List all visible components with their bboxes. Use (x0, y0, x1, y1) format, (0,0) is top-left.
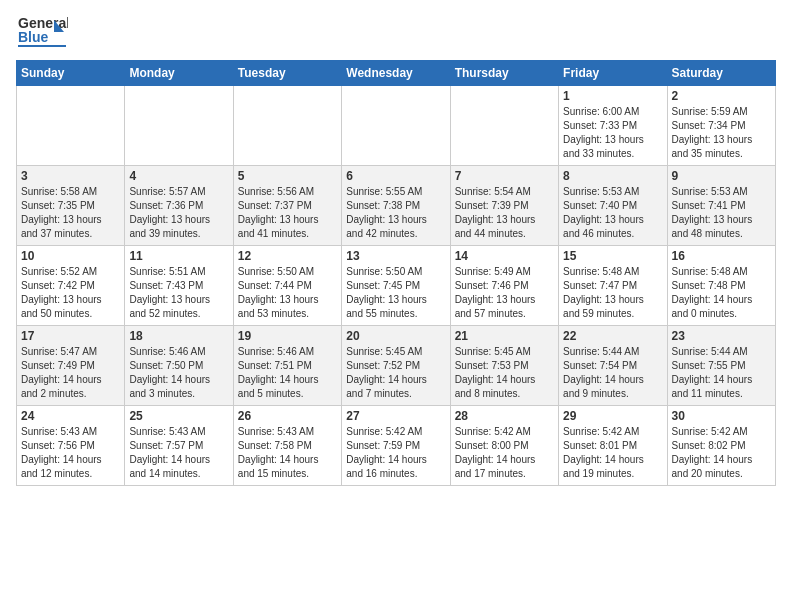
calendar-day-cell: 29Sunrise: 5:42 AM Sunset: 8:01 PM Dayli… (559, 406, 667, 486)
day-info: Sunrise: 5:50 AM Sunset: 7:45 PM Dayligh… (346, 265, 445, 321)
day-info: Sunrise: 5:44 AM Sunset: 7:54 PM Dayligh… (563, 345, 662, 401)
day-info: Sunrise: 5:43 AM Sunset: 7:56 PM Dayligh… (21, 425, 120, 481)
day-info: Sunrise: 5:55 AM Sunset: 7:38 PM Dayligh… (346, 185, 445, 241)
calendar-day-cell: 7Sunrise: 5:54 AM Sunset: 7:39 PM Daylig… (450, 166, 558, 246)
calendar-day-cell: 17Sunrise: 5:47 AM Sunset: 7:49 PM Dayli… (17, 326, 125, 406)
day-info: Sunrise: 5:45 AM Sunset: 7:53 PM Dayligh… (455, 345, 554, 401)
day-header-sunday: Sunday (17, 61, 125, 86)
day-info: Sunrise: 5:46 AM Sunset: 7:51 PM Dayligh… (238, 345, 337, 401)
day-info: Sunrise: 5:51 AM Sunset: 7:43 PM Dayligh… (129, 265, 228, 321)
day-info: Sunrise: 5:48 AM Sunset: 7:47 PM Dayligh… (563, 265, 662, 321)
day-number: 15 (563, 249, 662, 263)
calendar-week-row: 17Sunrise: 5:47 AM Sunset: 7:49 PM Dayli… (17, 326, 776, 406)
day-number: 27 (346, 409, 445, 423)
day-info: Sunrise: 5:42 AM Sunset: 8:02 PM Dayligh… (672, 425, 771, 481)
day-number: 11 (129, 249, 228, 263)
day-number: 21 (455, 329, 554, 343)
day-header-friday: Friday (559, 61, 667, 86)
day-number: 23 (672, 329, 771, 343)
day-info: Sunrise: 5:42 AM Sunset: 8:01 PM Dayligh… (563, 425, 662, 481)
calendar-day-cell: 18Sunrise: 5:46 AM Sunset: 7:50 PM Dayli… (125, 326, 233, 406)
calendar-day-cell: 2Sunrise: 5:59 AM Sunset: 7:34 PM Daylig… (667, 86, 775, 166)
day-info: Sunrise: 5:44 AM Sunset: 7:55 PM Dayligh… (672, 345, 771, 401)
day-info: Sunrise: 5:48 AM Sunset: 7:48 PM Dayligh… (672, 265, 771, 321)
day-number: 4 (129, 169, 228, 183)
calendar-day-cell: 19Sunrise: 5:46 AM Sunset: 7:51 PM Dayli… (233, 326, 341, 406)
calendar-day-cell: 13Sunrise: 5:50 AM Sunset: 7:45 PM Dayli… (342, 246, 450, 326)
day-info: Sunrise: 5:46 AM Sunset: 7:50 PM Dayligh… (129, 345, 228, 401)
calendar-day-cell (125, 86, 233, 166)
day-number: 25 (129, 409, 228, 423)
day-info: Sunrise: 5:57 AM Sunset: 7:36 PM Dayligh… (129, 185, 228, 241)
calendar-day-cell (17, 86, 125, 166)
day-number: 2 (672, 89, 771, 103)
day-number: 9 (672, 169, 771, 183)
logo-container: General Blue (16, 10, 68, 54)
calendar-day-cell (450, 86, 558, 166)
day-number: 5 (238, 169, 337, 183)
calendar-day-cell: 22Sunrise: 5:44 AM Sunset: 7:54 PM Dayli… (559, 326, 667, 406)
calendar-day-cell: 9Sunrise: 5:53 AM Sunset: 7:41 PM Daylig… (667, 166, 775, 246)
calendar-day-cell: 28Sunrise: 5:42 AM Sunset: 8:00 PM Dayli… (450, 406, 558, 486)
header-row: General Blue (16, 10, 776, 54)
calendar-week-row: 10Sunrise: 5:52 AM Sunset: 7:42 PM Dayli… (17, 246, 776, 326)
day-info: Sunrise: 5:54 AM Sunset: 7:39 PM Dayligh… (455, 185, 554, 241)
day-info: Sunrise: 5:53 AM Sunset: 7:40 PM Dayligh… (563, 185, 662, 241)
calendar-day-cell: 24Sunrise: 5:43 AM Sunset: 7:56 PM Dayli… (17, 406, 125, 486)
day-number: 20 (346, 329, 445, 343)
calendar-day-cell: 30Sunrise: 5:42 AM Sunset: 8:02 PM Dayli… (667, 406, 775, 486)
calendar-table: SundayMondayTuesdayWednesdayThursdayFrid… (16, 60, 776, 486)
svg-text:Blue: Blue (18, 29, 49, 45)
day-number: 17 (21, 329, 120, 343)
calendar-day-cell: 5Sunrise: 5:56 AM Sunset: 7:37 PM Daylig… (233, 166, 341, 246)
day-header-wednesday: Wednesday (342, 61, 450, 86)
day-header-thursday: Thursday (450, 61, 558, 86)
day-number: 10 (21, 249, 120, 263)
day-info: Sunrise: 5:42 AM Sunset: 7:59 PM Dayligh… (346, 425, 445, 481)
day-info: Sunrise: 5:49 AM Sunset: 7:46 PM Dayligh… (455, 265, 554, 321)
day-header-monday: Monday (125, 61, 233, 86)
calendar-day-cell: 25Sunrise: 5:43 AM Sunset: 7:57 PM Dayli… (125, 406, 233, 486)
day-number: 28 (455, 409, 554, 423)
day-header-saturday: Saturday (667, 61, 775, 86)
day-header-tuesday: Tuesday (233, 61, 341, 86)
calendar-day-cell: 12Sunrise: 5:50 AM Sunset: 7:44 PM Dayli… (233, 246, 341, 326)
day-info: Sunrise: 5:53 AM Sunset: 7:41 PM Dayligh… (672, 185, 771, 241)
day-number: 6 (346, 169, 445, 183)
day-info: Sunrise: 5:52 AM Sunset: 7:42 PM Dayligh… (21, 265, 120, 321)
calendar-day-cell: 8Sunrise: 5:53 AM Sunset: 7:40 PM Daylig… (559, 166, 667, 246)
calendar-day-cell: 23Sunrise: 5:44 AM Sunset: 7:55 PM Dayli… (667, 326, 775, 406)
calendar-week-row: 24Sunrise: 5:43 AM Sunset: 7:56 PM Dayli… (17, 406, 776, 486)
calendar-day-cell: 26Sunrise: 5:43 AM Sunset: 7:58 PM Dayli… (233, 406, 341, 486)
day-info: Sunrise: 5:47 AM Sunset: 7:49 PM Dayligh… (21, 345, 120, 401)
day-number: 12 (238, 249, 337, 263)
calendar-day-cell: 1Sunrise: 6:00 AM Sunset: 7:33 PM Daylig… (559, 86, 667, 166)
day-number: 24 (21, 409, 120, 423)
page-container: General Blue SundayMondayTuesdayWednesda… (0, 0, 792, 496)
day-info: Sunrise: 5:43 AM Sunset: 7:58 PM Dayligh… (238, 425, 337, 481)
day-info: Sunrise: 5:59 AM Sunset: 7:34 PM Dayligh… (672, 105, 771, 161)
calendar-day-cell: 20Sunrise: 5:45 AM Sunset: 7:52 PM Dayli… (342, 326, 450, 406)
calendar-day-cell (233, 86, 341, 166)
calendar-day-cell: 10Sunrise: 5:52 AM Sunset: 7:42 PM Dayli… (17, 246, 125, 326)
day-info: Sunrise: 5:43 AM Sunset: 7:57 PM Dayligh… (129, 425, 228, 481)
day-number: 1 (563, 89, 662, 103)
calendar-day-cell: 15Sunrise: 5:48 AM Sunset: 7:47 PM Dayli… (559, 246, 667, 326)
day-number: 19 (238, 329, 337, 343)
calendar-week-row: 3Sunrise: 5:58 AM Sunset: 7:35 PM Daylig… (17, 166, 776, 246)
day-number: 14 (455, 249, 554, 263)
day-number: 30 (672, 409, 771, 423)
calendar-day-cell (342, 86, 450, 166)
calendar-week-row: 1Sunrise: 6:00 AM Sunset: 7:33 PM Daylig… (17, 86, 776, 166)
calendar-header-row: SundayMondayTuesdayWednesdayThursdayFrid… (17, 61, 776, 86)
calendar-day-cell: 16Sunrise: 5:48 AM Sunset: 7:48 PM Dayli… (667, 246, 775, 326)
calendar-day-cell: 11Sunrise: 5:51 AM Sunset: 7:43 PM Dayli… (125, 246, 233, 326)
day-info: Sunrise: 5:42 AM Sunset: 8:00 PM Dayligh… (455, 425, 554, 481)
day-number: 7 (455, 169, 554, 183)
day-info: Sunrise: 6:00 AM Sunset: 7:33 PM Dayligh… (563, 105, 662, 161)
day-number: 16 (672, 249, 771, 263)
calendar-day-cell: 3Sunrise: 5:58 AM Sunset: 7:35 PM Daylig… (17, 166, 125, 246)
calendar-day-cell: 6Sunrise: 5:55 AM Sunset: 7:38 PM Daylig… (342, 166, 450, 246)
calendar-day-cell: 27Sunrise: 5:42 AM Sunset: 7:59 PM Dayli… (342, 406, 450, 486)
day-info: Sunrise: 5:50 AM Sunset: 7:44 PM Dayligh… (238, 265, 337, 321)
